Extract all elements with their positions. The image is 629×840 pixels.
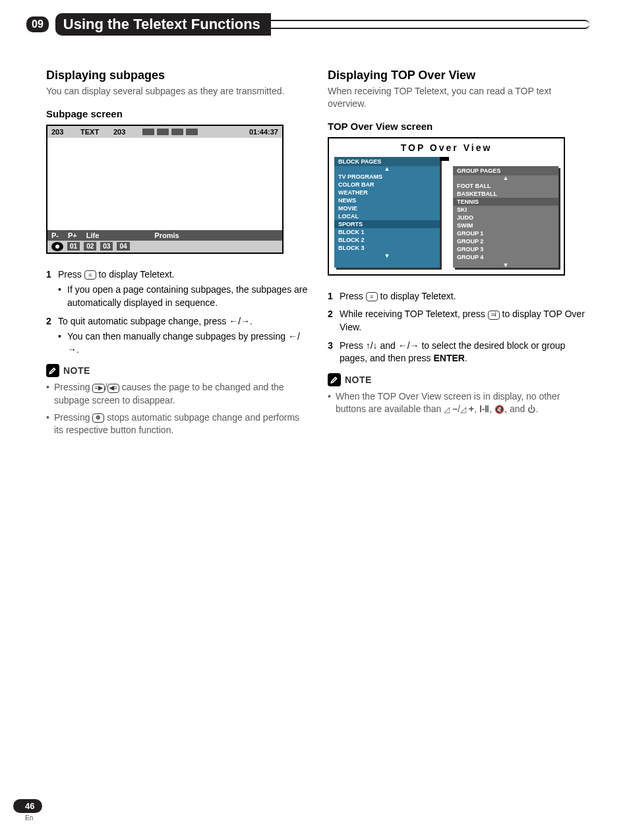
group-pages-panel: GROUP PAGES ▲ FOOT BALLBASKETBALLTENNISS… [453,166,558,268]
step-3-right: 3 Press ↑/↓ and ←/→ to select the desire… [328,340,589,365]
vol-down-icon: ◿ [444,405,450,414]
r-step1-post: to display Teletext. [378,291,456,301]
page-footer: 46 En [13,799,42,822]
step2-pre: To quit automatic subpage change, press [58,316,229,326]
note-header-left: NOTE [46,364,308,377]
list-item: BLOCK 2 [338,236,436,244]
block-pages-header: BLOCK PAGES [334,157,440,166]
enter-label: ENTER [433,353,464,363]
vol-up-icon: ◿ [460,405,466,414]
steps-left: 1 Press ≡ to display Teletext. If you op… [46,268,308,357]
teletext-icon: ≡ [84,270,96,280]
step-2-right: 2 While receiving TOP Teletext, press ≡i… [328,308,589,334]
pencil-icon [46,364,59,377]
step-1-left: 1 Press ≡ to display Teletext. If you op… [46,268,308,310]
subpage-page-a: 203 [51,128,71,136]
list-item: NEWS [338,196,436,204]
lang-label: En [25,814,42,822]
promis-label: Promis [154,231,179,239]
arrow-up-icon: ▲ [453,175,558,181]
list-item: SWIM [457,222,554,229]
step-num: 1 [46,268,58,310]
cell-02: 02 [84,242,96,251]
r-step1-pre: Press [340,291,366,301]
list-item: FOOT BALL [457,182,554,190]
step2-post: . [250,316,253,326]
top-screen-title: TOP Over View [334,142,558,153]
subpage-top-bar: 203 TEXT 203 01:44:37 [47,126,282,138]
chapter-title: Using the Teletext Functions [55,13,271,36]
block-pages-panel: BLOCK PAGES ▲ TV PROGRAMSCOLOR BARWEATHE… [334,157,440,268]
notes-right: When the TOP Over View screen is in disp… [328,390,589,416]
teletext-prev-icon: ◀≡ [107,384,119,393]
mute-icon: 🔇 [494,405,504,414]
list-item: SKI [457,206,554,214]
left-right-arrows: ←/→ [229,316,250,326]
note-item: When the TOP Over View screen is in disp… [328,390,589,416]
step-num: 3 [328,340,340,365]
arrow-up-icon: ▲ [334,166,440,171]
hold-icon: ⊕ [92,413,104,423]
top-over-view-mockup: TOP Over View BLOCK PAGES ▲ TV PROGRAMSC… [328,137,565,276]
chapter-header: 09 Using the Teletext Functions [26,13,589,36]
step1-pre: Press [58,269,84,280]
subheading-top-screen: TOP Over View screen [328,121,589,132]
eye-icon [51,242,63,251]
power-icon: ⏻ [527,405,535,414]
intro-subpages: You can display several subpages as they… [46,85,308,98]
group-pages-header: GROUP PAGES [453,166,558,175]
step1-post: to display Teletext. [96,269,175,280]
list-item: WEATHER [338,189,436,196]
step-num: 2 [46,315,58,357]
note-item: Pressing ≡▶/◀≡ causes the page to be cha… [46,381,308,407]
list-item: JUDO [457,214,554,222]
subpage-text-label: TEXT [80,128,104,136]
subpage-color-bars [142,129,198,135]
chapter-rule [270,20,589,29]
list-item: BASKETBALL [457,190,554,198]
list-item: SPORTS [334,220,440,228]
subpage-page-b: 203 [113,128,133,136]
pencil-icon [328,373,341,386]
section-heading-subpages: Displaying subpages [46,69,308,82]
cell-04: 04 [117,242,129,251]
list-item: GROUP 3 [457,245,554,253]
list-item: GROUP 1 [457,229,554,237]
list-item: BLOCK 1 [338,228,436,236]
p-plus: P+ [68,231,77,239]
intro-top: When receiving TOP Teletext, you can rea… [328,85,589,110]
step-1-right: 1 Press ≡ to display Teletext. [328,290,589,303]
subheading-subpage-screen: Subpage screen [46,108,308,119]
r-step2-pre: While receiving TOP Teletext, press [340,309,488,319]
step1-bullet: If you open a page containing subpages, … [58,284,308,309]
info-icon: ≡i [488,311,500,320]
arrow-down-icon: ▼ [453,262,558,268]
list-item: GROUP 4 [457,253,554,261]
r-step3-post: . [465,353,467,363]
subpage-bottom-bar-1: P- P+ Life Promis [47,230,282,241]
note-header-right: NOTE [328,373,589,386]
arrow-down-icon: ▼ [334,253,440,258]
list-item: TV PROGRAMS [338,173,436,181]
list-item: LOCAL [338,212,436,220]
list-item: MOVIE [338,204,436,212]
list-item: GROUP 2 [457,237,554,245]
teletext-icon: ≡ [366,292,378,301]
panel-connector [440,157,449,161]
right-column: Displaying TOP Over View When receiving … [328,69,589,441]
list-item: BLOCK 3 [338,244,436,252]
subpage-time: 01:44:37 [249,128,278,136]
left-column: Displaying subpages You can display seve… [46,69,308,441]
list-item: TENNIS [453,198,558,206]
subpage-bottom-bar-2: 01 02 03 04 [47,241,282,253]
teletext-next-icon: ≡▶ [92,384,104,393]
section-heading-top: Displaying TOP Over View [328,69,589,82]
p-minus: P- [51,231,59,239]
subpage-body [47,138,282,230]
step-num: 2 [328,308,340,334]
step-2-left: 2 To quit automatic subpage change, pres… [46,315,308,357]
note-label: NOTE [345,375,372,385]
note-item: Pressing ⊕ stops automatic subpage chang… [46,411,308,437]
page-number: 46 [13,799,42,813]
list-item: COLOR BAR [338,181,436,189]
